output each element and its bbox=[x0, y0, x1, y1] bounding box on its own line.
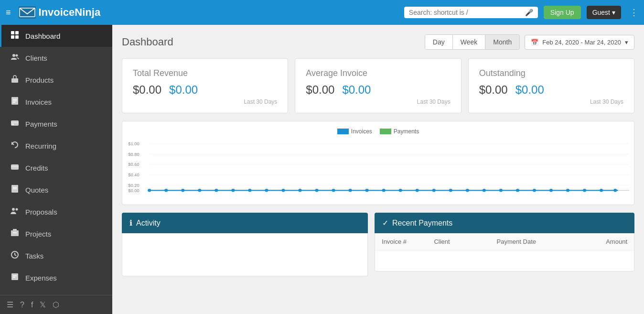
svg-point-42 bbox=[164, 189, 168, 192]
date-range-button[interactable]: 📅 Feb 24, 2020 - Mar 24, 2020 ▾ bbox=[525, 35, 634, 50]
logo-envelope-icon bbox=[19, 6, 36, 19]
sidebar-footer: ☰ ? f 𝕏 ⬡ bbox=[0, 295, 112, 314]
products-icon bbox=[10, 75, 20, 85]
payments-icon bbox=[10, 119, 20, 129]
hamburger-icon[interactable]: ≡ bbox=[6, 8, 11, 18]
svg-point-46 bbox=[231, 189, 235, 192]
legend-invoices-box bbox=[337, 129, 349, 134]
svg-text:$0.40: $0.40 bbox=[128, 173, 139, 177]
sidebar-item-payments[interactable]: Payments bbox=[0, 113, 112, 135]
logo-area: InvoiceNinja bbox=[19, 6, 101, 19]
activity-info-icon: ℹ bbox=[129, 218, 132, 227]
page-title: Dashboard bbox=[122, 36, 173, 48]
svg-point-50 bbox=[299, 189, 302, 192]
svg-point-53 bbox=[349, 189, 352, 192]
bottom-section: ℹ Activity ✓ Recent Payments Invoice # C… bbox=[122, 213, 634, 276]
header-controls: DayWeekMonth 📅 Feb 24, 2020 - Mar 24, 20… bbox=[425, 34, 634, 50]
table-header: Invoice # Client Payment Date Amount bbox=[375, 233, 634, 250]
svg-text:$0.20: $0.20 bbox=[128, 183, 139, 188]
sidebar-item-credits[interactable]: Credits bbox=[0, 157, 112, 179]
svg-point-54 bbox=[365, 189, 369, 192]
chart-svg: $1.00 $0.80 $0.60 $0.40 $0.20 $0.00 bbox=[127, 139, 629, 201]
guest-button[interactable]: Guest ▾ bbox=[587, 6, 621, 19]
stat-main-value: $0.00 bbox=[133, 83, 161, 97]
stat-blue-value: $0.00 bbox=[169, 83, 198, 97]
sidebar-item-tasks[interactable]: Tasks bbox=[0, 245, 112, 267]
svg-point-22 bbox=[16, 208, 18, 211]
svg-rect-3 bbox=[15, 31, 19, 34]
payments-check-icon: ✓ bbox=[382, 218, 388, 227]
svg-point-51 bbox=[315, 189, 319, 192]
svg-rect-2 bbox=[11, 31, 14, 34]
sidebar-item-clients[interactable]: Clients bbox=[0, 47, 112, 69]
sidebar-item-dashboard[interactable]: Dashboard bbox=[0, 25, 112, 47]
col-date-header: Payment Date bbox=[497, 238, 575, 245]
sidebar-item-quotes[interactable]: Quotes bbox=[0, 179, 112, 201]
stats-row: Total Revenue $0.00 $0.00 Last 30 Days A… bbox=[122, 58, 634, 113]
chart-container: Invoices Payments $1.00 bbox=[122, 121, 634, 205]
sidebar-item-label: Recurring bbox=[25, 142, 56, 150]
sidebar-item-proposals[interactable]: Proposals bbox=[0, 201, 112, 223]
stat-title: Total Revenue bbox=[133, 68, 277, 78]
search-bar[interactable]: 🎤 bbox=[404, 7, 538, 18]
period-btn-week[interactable]: Week bbox=[453, 35, 486, 49]
svg-point-45 bbox=[215, 189, 218, 192]
svg-rect-23 bbox=[11, 230, 19, 236]
svg-point-52 bbox=[332, 189, 335, 192]
period-btn-month[interactable]: Month bbox=[485, 35, 519, 49]
ellipsis-icon[interactable]: ⋮ bbox=[630, 7, 638, 18]
stat-card-outstanding: Outstanding $0.00 $0.00 Last 30 Days bbox=[468, 58, 634, 113]
stat-sub-label: Last 30 Days bbox=[133, 98, 277, 105]
github-icon[interactable]: ⬡ bbox=[53, 300, 59, 309]
sidebar-item-label: Payments bbox=[25, 120, 57, 128]
invoices-icon bbox=[10, 97, 20, 107]
svg-point-57 bbox=[416, 189, 419, 192]
col-client-header: Client bbox=[434, 238, 496, 245]
signup-button[interactable]: Sign Up bbox=[544, 6, 581, 19]
activity-title: Activity bbox=[136, 219, 161, 227]
top-header: ≡ InvoiceNinja 🎤 Sign Up Guest ▾ ⋮ bbox=[0, 0, 644, 25]
legend-payments-label: Payments bbox=[394, 128, 419, 135]
svg-point-61 bbox=[483, 189, 486, 192]
chevron-down-icon: ▾ bbox=[625, 39, 628, 46]
svg-point-63 bbox=[516, 189, 519, 192]
svg-point-44 bbox=[198, 189, 201, 192]
sidebar-item-products[interactable]: Products bbox=[0, 69, 112, 91]
sidebar-item-label: Proposals bbox=[25, 208, 57, 216]
question-icon[interactable]: ? bbox=[20, 301, 24, 309]
sidebar-item-label: Dashboard bbox=[25, 32, 60, 40]
sidebar-item-invoices[interactable]: Invoices bbox=[0, 91, 112, 113]
svg-point-56 bbox=[399, 189, 402, 192]
legend-invoices: Invoices bbox=[337, 128, 372, 135]
facebook-icon[interactable]: f bbox=[31, 301, 33, 309]
chart-legend: Invoices Payments bbox=[127, 128, 629, 135]
svg-point-59 bbox=[449, 189, 452, 192]
twitter-icon[interactable]: 𝕏 bbox=[40, 300, 46, 309]
content-area: Dashboard DayWeekMonth 📅 Feb 24, 2020 - … bbox=[112, 25, 644, 314]
svg-rect-17 bbox=[11, 166, 19, 167]
svg-point-67 bbox=[583, 189, 586, 192]
legend-payments-box bbox=[380, 129, 391, 134]
help-icon[interactable]: ☰ bbox=[7, 300, 13, 309]
chart-area: $1.00 $0.80 $0.60 $0.40 $0.20 $0.00 bbox=[127, 139, 629, 201]
tasks-icon bbox=[10, 250, 20, 261]
sidebar-item-projects[interactable]: Projects bbox=[0, 223, 112, 245]
sidebar-item-recurring[interactable]: Recurring bbox=[0, 135, 112, 157]
period-btn-day[interactable]: Day bbox=[425, 35, 453, 49]
svg-point-68 bbox=[600, 189, 603, 192]
main-layout: Dashboard Clients Products Invoices Paym… bbox=[0, 25, 644, 314]
search-input[interactable] bbox=[409, 9, 522, 16]
stat-values: $0.00 $0.00 bbox=[306, 83, 450, 97]
stat-card-average-invoice: Average Invoice $0.00 $0.00 Last 30 Days bbox=[295, 58, 461, 113]
svg-point-62 bbox=[499, 189, 503, 192]
activity-panel-header: ℹ Activity bbox=[122, 213, 368, 233]
svg-point-66 bbox=[566, 189, 569, 192]
svg-point-60 bbox=[466, 189, 469, 192]
dashboard-icon bbox=[10, 31, 20, 41]
credits-icon bbox=[10, 162, 20, 173]
sidebar-item-expenses[interactable]: Expenses bbox=[0, 267, 112, 289]
sidebar-item-label: Tasks bbox=[25, 252, 43, 260]
stat-sub-label: Last 30 Days bbox=[306, 98, 450, 105]
svg-point-65 bbox=[549, 189, 553, 192]
svg-text:$0.80: $0.80 bbox=[128, 152, 139, 157]
